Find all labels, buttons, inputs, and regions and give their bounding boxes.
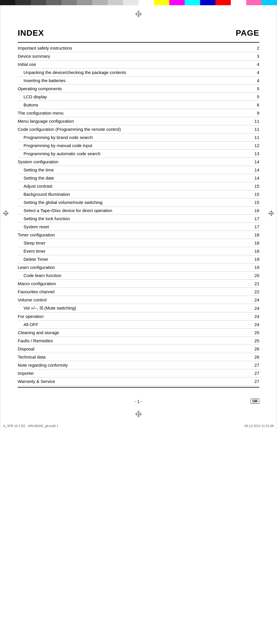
toc-row: Menu language configuration11 — [18, 117, 259, 125]
toc-entry: Delete Timer — [18, 255, 248, 263]
toc-page-number: 24 — [248, 304, 259, 312]
toc-top-separator — [18, 42, 259, 43]
toc-page-number: 13 — [248, 150, 259, 158]
toc-entry: Vol +/–, ☒ (Mute switching) — [18, 304, 248, 312]
toc-row: Faults / Remedies25 — [18, 337, 259, 345]
toc-entry: All OFF — [18, 321, 248, 329]
toc-entry: Disposal — [18, 345, 248, 353]
toc-page-number: 18 — [248, 239, 259, 247]
toc-row: Setting the global volume/mute switching… — [18, 198, 259, 207]
toc-page-number: 22 — [248, 288, 259, 296]
toc-entry: Note regarding conformity — [18, 361, 248, 369]
toc-page-number: 19 — [248, 255, 259, 263]
toc-entry: Operating components — [18, 85, 248, 93]
toc-page-number: 24 — [248, 321, 259, 329]
toc-row: System configuration14 — [18, 158, 259, 166]
gb-badge: GB — [251, 399, 259, 404]
toc-row: Technical data26 — [18, 353, 259, 361]
toc-page-number: 27 — [248, 361, 259, 369]
toc-entry: Favourites channel — [18, 288, 248, 296]
toc-row: System reset17 — [18, 223, 259, 231]
toc-row: Setting the lock function17 — [18, 215, 259, 223]
color-segment — [123, 0, 138, 5]
toc-entry: Importer — [18, 369, 248, 377]
toc-entry: Setting the time — [18, 166, 248, 174]
toc-page-number: 11 — [248, 117, 259, 125]
toc-entry: Setting the date — [18, 174, 248, 182]
color-segment — [154, 0, 169, 5]
toc-row: Programming by automatic code search13 — [18, 150, 259, 158]
toc-entry: Volume control — [18, 296, 248, 304]
toc-page-number: 12 — [248, 142, 259, 150]
toc-row: Buttons6 — [18, 101, 259, 109]
color-segment — [108, 0, 123, 5]
top-crosshair — [135, 10, 142, 17]
toc-page-number: 9 — [248, 109, 259, 117]
toc-row: Cleaning and storage25 — [18, 329, 259, 337]
bottom-crosshair-circle — [136, 412, 141, 416]
toc-row: Code configuration (Programming the remo… — [18, 125, 259, 133]
toc-row: For operation24 — [18, 312, 259, 321]
toc-row: LCD display5 — [18, 93, 259, 101]
toc-entry: Timer configuration — [18, 231, 248, 239]
toc-row: Macro configuration21 — [18, 280, 259, 288]
color-segment — [62, 0, 77, 5]
toc-row: Setting the date14 — [18, 174, 259, 182]
toc-page-number: 17 — [248, 223, 259, 231]
toc-entry: Event timer — [18, 247, 248, 255]
toc-entry: Code configuration (Programming the remo… — [18, 125, 248, 133]
footer-info: A_SFB 10.1 B2 - IAN-86342_gb.indd 1 06.1… — [0, 423, 277, 429]
color-segment — [169, 0, 185, 5]
toc-row: Setting the time14 — [18, 166, 259, 174]
bottom-crosshair — [135, 410, 142, 417]
toc-row: Important safety instructions2 — [18, 44, 259, 52]
toc-row: Vol +/–, ☒ (Mute switching)24 — [18, 304, 259, 312]
toc-row: Device summary3 — [18, 52, 259, 60]
toc-page-number: 16 — [248, 207, 259, 215]
toc-entry: Menu language configuration — [18, 117, 248, 125]
toc-page-number: 4 — [248, 60, 259, 68]
color-segment — [185, 0, 200, 5]
toc-row: Delete Timer19 — [18, 255, 259, 263]
toc-page-number: 21 — [248, 280, 259, 288]
toc-row: Select a Tape-/Disc device for direct op… — [18, 207, 259, 215]
toc-row: Programming by manual code input12 — [18, 142, 259, 150]
toc-page-number: 18 — [248, 231, 259, 239]
bottom-area: - 1 - GB — [0, 398, 277, 405]
toc-page-number: 2 — [248, 44, 259, 52]
toc-row: Sleep timer18 — [18, 239, 259, 247]
toc-entry: Unpacking the device/checking the packag… — [18, 68, 248, 77]
toc-row: Adjust contrast15 — [18, 182, 259, 190]
toc-row: Initial use4 — [18, 60, 259, 68]
crosshair-circle — [136, 12, 141, 16]
main-content: INDEX PAGE Important safety instructions… — [0, 23, 277, 398]
toc-row: The configuration menu9 — [18, 109, 259, 117]
page-number: - 1 - — [18, 399, 259, 404]
page-heading: PAGE — [236, 28, 259, 38]
color-segment — [31, 0, 46, 5]
toc-page-number: 5 — [248, 93, 259, 101]
header-row: INDEX PAGE — [18, 28, 259, 39]
toc-entry: Setting the global volume/mute switching — [18, 198, 248, 207]
toc-bottom-separator — [18, 387, 259, 388]
toc-page-number: 20 — [248, 272, 259, 280]
toc-page-number: 24 — [248, 312, 259, 321]
toc-entry: Setting the lock function — [18, 215, 248, 223]
toc-entry: System configuration — [18, 158, 248, 166]
toc-page-number: 15 — [248, 198, 259, 207]
toc-table: Important safety instructions2Device sum… — [18, 44, 259, 386]
toc-entry: Buttons — [18, 101, 248, 109]
toc-page-number: 15 — [248, 190, 259, 198]
toc-page-number: 24 — [248, 296, 259, 304]
top-marks-area — [0, 5, 277, 23]
toc-entry: Programming by automatic code search — [18, 150, 248, 158]
toc-page-number: 14 — [248, 166, 259, 174]
toc-entry: Warranty & Service — [18, 377, 248, 386]
toc-entry: Select a Tape-/Disc device for direct op… — [18, 207, 248, 215]
toc-row: Programming by brand code search11 — [18, 133, 259, 142]
toc-row: Background Illumination15 — [18, 190, 259, 198]
toc-row: Note regarding conformity27 — [18, 361, 259, 369]
toc-page-number: 26 — [248, 353, 259, 361]
toc-page-number: 19 — [248, 263, 259, 272]
toc-page-number: 11 — [248, 125, 259, 133]
